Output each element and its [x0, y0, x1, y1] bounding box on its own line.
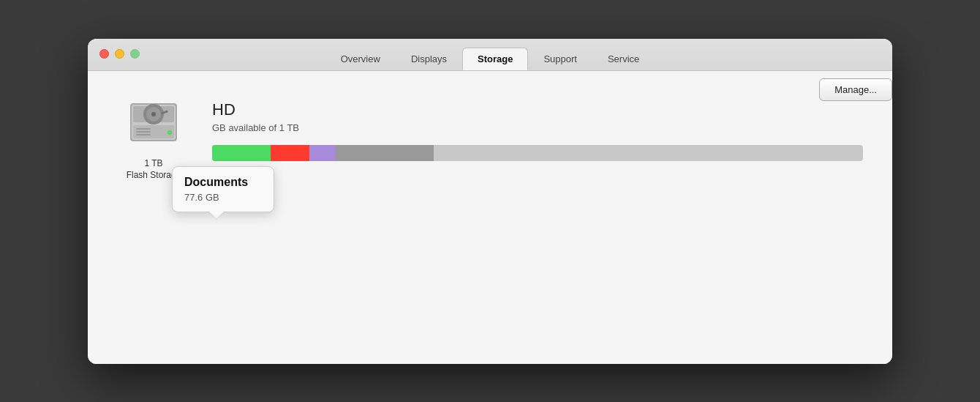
- drive-name: HD: [212, 100, 863, 119]
- bar-documents: [271, 145, 309, 161]
- tab-service[interactable]: Service: [592, 48, 655, 70]
- minimize-button[interactable]: [115, 49, 124, 59]
- hard-drive-icon: [124, 93, 183, 152]
- bar-other: [309, 145, 336, 161]
- svg-point-11: [167, 130, 172, 135]
- tab-support[interactable]: Support: [528, 48, 592, 70]
- drive-available: GB available of 1 TB: [212, 122, 863, 133]
- tooltip-title: Documents: [184, 176, 262, 189]
- storage-tooltip: Documents 77.6 GB: [172, 166, 274, 212]
- tooltip-value: 77.6 GB: [184, 192, 262, 203]
- traffic-lights: [99, 49, 140, 59]
- svg-rect-8: [136, 128, 151, 130]
- titlebar: Overview Displays Storage Support Servic…: [88, 39, 892, 71]
- storage-content: Manage...: [88, 71, 892, 364]
- tab-bar: Overview Displays Storage Support Servic…: [325, 48, 655, 70]
- tab-overview[interactable]: Overview: [325, 48, 396, 70]
- bar-apps: [212, 145, 271, 161]
- storage-bar: [212, 145, 863, 161]
- bar-system: [336, 145, 434, 161]
- tab-displays[interactable]: Displays: [396, 48, 462, 70]
- svg-rect-9: [136, 131, 151, 133]
- close-button[interactable]: [99, 49, 109, 59]
- svg-point-5: [151, 112, 156, 116]
- about-this-mac-window: Overview Displays Storage Support Servic…: [88, 39, 892, 364]
- svg-rect-10: [136, 134, 151, 135]
- maximize-button[interactable]: [130, 49, 140, 59]
- drive-info: HD GB available of 1 TB: [212, 100, 863, 161]
- tab-storage[interactable]: Storage: [462, 48, 528, 70]
